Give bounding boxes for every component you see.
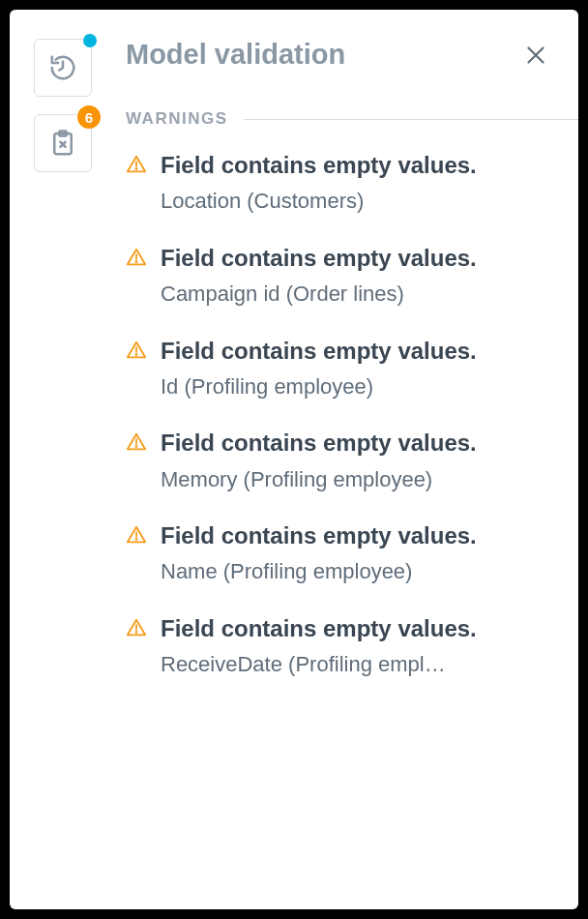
clipboard-x-icon <box>48 129 77 158</box>
warning-triangle-icon <box>126 617 147 642</box>
warning-triangle-icon <box>126 524 147 549</box>
warning-body: Field contains empty values. Name (Profi… <box>161 520 559 586</box>
panel-title: Model validation <box>126 39 345 71</box>
warning-item[interactable]: Field contains empty values. Campaign id… <box>126 243 559 309</box>
warning-detail: Id (Profiling employee) <box>161 373 559 401</box>
svg-point-11 <box>135 354 136 355</box>
warning-detail: ReceiveDate (Profiling empl… <box>161 651 559 679</box>
warning-title: Field contains empty values. <box>161 336 559 366</box>
warning-detail: Location (Customers) <box>161 188 559 216</box>
svg-point-17 <box>135 632 136 633</box>
section-divider <box>244 119 579 120</box>
warnings-list: Field contains empty values. Location (C… <box>126 150 578 679</box>
warning-detail: Name (Profiling employee) <box>161 558 559 586</box>
validation-panel: Model validation WARNINGS <box>126 10 578 909</box>
warning-body: Field contains empty values. Campaign id… <box>161 243 559 309</box>
section-header: WARNINGS <box>126 109 578 129</box>
warning-triangle-icon <box>126 431 147 457</box>
history-button[interactable] <box>34 39 92 97</box>
warning-item[interactable]: Field contains empty values. ReceiveDate… <box>126 613 559 679</box>
warning-title: Field contains empty values. <box>161 150 559 180</box>
validation-button[interactable]: 6 <box>34 114 92 172</box>
warning-body: Field contains empty values. Id (Profili… <box>161 336 559 401</box>
svg-point-7 <box>135 168 136 169</box>
warning-title: Field contains empty values. <box>161 428 559 458</box>
close-button[interactable] <box>522 42 549 69</box>
section-label: WARNINGS <box>126 109 228 129</box>
warning-count-badge: 6 <box>77 105 101 129</box>
warning-item[interactable]: Field contains empty values. Id (Profili… <box>126 336 559 401</box>
warning-detail: Campaign id (Order lines) <box>161 281 559 309</box>
warning-triangle-icon <box>126 154 147 179</box>
app-frame: 6 Model validation WARNINGS <box>10 10 578 909</box>
warning-title: Field contains empty values. <box>161 520 559 550</box>
warning-item[interactable]: Field contains empty values. Location (C… <box>126 150 559 216</box>
svg-point-13 <box>135 446 136 447</box>
warning-title: Field contains empty values. <box>161 243 559 273</box>
warning-triangle-icon <box>126 247 147 272</box>
warning-item[interactable]: Field contains empty values. Name (Profi… <box>126 520 559 586</box>
warning-body: Field contains empty values. Memory (Pro… <box>161 428 559 493</box>
warning-title: Field contains empty values. <box>161 613 559 643</box>
close-icon <box>523 43 548 68</box>
history-icon <box>48 53 77 82</box>
left-rail: 6 <box>10 10 126 909</box>
notification-dot <box>83 34 97 47</box>
svg-point-9 <box>135 261 136 262</box>
svg-point-15 <box>135 539 136 540</box>
panel-header: Model validation <box>126 39 578 71</box>
warning-detail: Memory (Profiling employee) <box>161 466 559 494</box>
warning-item[interactable]: Field contains empty values. Memory (Pro… <box>126 428 559 493</box>
warning-triangle-icon <box>126 340 147 365</box>
warning-body: Field contains empty values. ReceiveDate… <box>161 613 559 679</box>
warning-body: Field contains empty values. Location (C… <box>161 150 559 216</box>
